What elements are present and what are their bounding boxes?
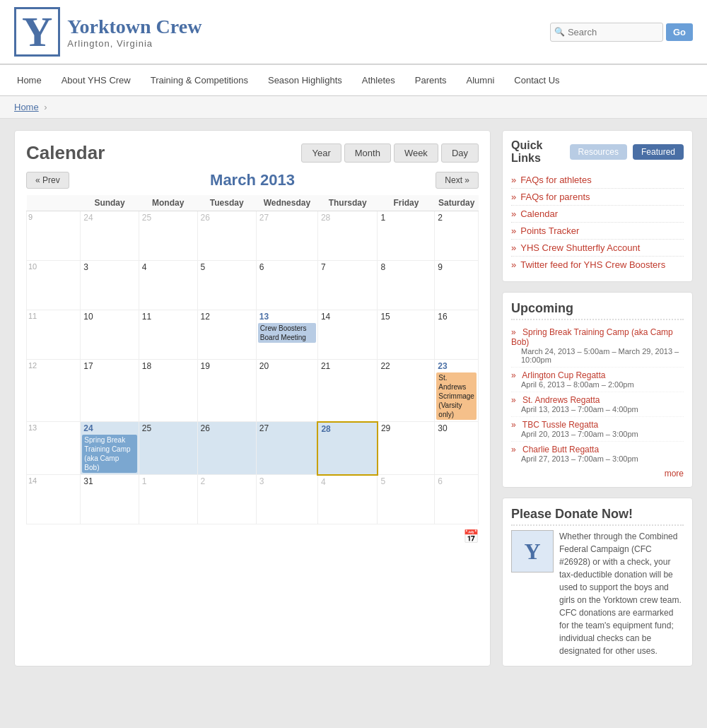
cal-day[interactable]: 1 [139,475,197,524]
cal-day[interactable]: 7 [317,261,378,310]
cal-day[interactable]: 24 [81,211,139,261]
nav-link-about[interactable]: About YHS Crew [52,65,141,95]
cal-day[interactable]: 5 [197,261,256,310]
upcoming-event-date: April 27, 2013 – 7:00am – 3:00pm [521,454,684,463]
cal-day[interactable]: 27 [256,211,317,261]
cal-day[interactable]: 6 [256,261,317,310]
nav-link-training[interactable]: Training & Competitions [141,65,258,95]
cal-day[interactable]: 3 [256,475,317,524]
cal-day[interactable]: 1 [378,211,435,261]
cal-day[interactable]: 19 [197,360,256,422]
upcoming-event-name[interactable]: Spring Break Training Camp (aka Camp Bob… [511,327,673,347]
cal-day[interactable]: 30 [435,422,479,475]
cal-day[interactable]: 26 [197,211,256,261]
nav-item-training[interactable]: Training & Competitions [141,65,258,95]
nav-link-home[interactable]: Home [7,65,52,95]
week-number: 14 [27,475,81,524]
cal-day[interactable]: 29 [378,422,435,475]
breadcrumb-home-link[interactable]: Home [14,102,39,112]
view-year-button[interactable]: Year [301,143,341,163]
cal-day[interactable]: 4 [139,261,197,310]
resources-tab[interactable]: Resources [570,144,627,160]
cal-day[interactable]: 6 [435,475,479,524]
cal-day[interactable]: 17 [81,360,139,422]
nav-link-athletes[interactable]: Athletes [352,65,405,95]
cal-day[interactable]: 9 [435,261,479,310]
list-item: TBC Tussle Regatta April 20, 2013 – 7:00… [511,417,684,442]
upcoming-event-name[interactable]: Charlie Butt Regatta [522,445,599,454]
event-st-andrews-scrimmage[interactable]: St. Andrews Scrimmage (Varsity only) [436,372,477,420]
upcoming-list: Spring Break Training Camp (aka Camp Bob… [511,324,684,466]
week-number: 12 [27,360,81,422]
cal-day[interactable]: 28 [317,211,378,261]
main-content: Calendar Year Month Week Day « Prev Marc… [0,119,707,678]
cal-day[interactable]: 16 [435,310,479,360]
nav-item-alumni[interactable]: Alumni [457,65,505,95]
cal-day[interactable]: 18 [139,360,197,422]
cal-day[interactable]: 10 [81,310,139,360]
ql-link-faqs-athletes[interactable]: FAQs for athletes [520,175,591,185]
header: Y Yorktown Crew Arlington, Virginia 🔍 Go [0,0,707,64]
cal-day[interactable]: 25 [139,211,197,261]
cal-day[interactable]: 21 [317,360,378,422]
cal-day[interactable]: 26 [197,422,256,475]
ql-link-calendar[interactable]: Calendar [520,209,558,219]
cal-day[interactable]: 3 [81,261,139,310]
nav-link-alumni[interactable]: Alumni [457,65,505,95]
list-item: FAQs for athletes [511,172,684,189]
donate-logo-letter: Y [524,539,540,565]
table-row: 14 31 1 2 3 4 5 6 [27,475,479,524]
cal-day[interactable]: 2 [435,211,479,261]
cal-day[interactable]: 8 [378,261,435,310]
upcoming-event-name[interactable]: Arlington Cup Regatta [522,370,605,380]
nav-link-contact[interactable]: Contact Us [504,65,569,95]
view-week-button[interactable]: Week [394,143,438,163]
cal-day[interactable]: 14 [317,310,378,360]
view-day-button[interactable]: Day [441,143,479,163]
cal-day[interactable]: 25 [139,422,197,475]
featured-tab[interactable]: Featured [633,144,684,160]
calendar-navigation: « Prev March 2013 Next » [26,171,479,189]
cal-day[interactable]: 23St. Andrews Scrimmage (Varsity only) [435,360,479,422]
cal-day[interactable]: 31 [81,475,139,524]
cal-day-today[interactable]: 28 [317,422,378,475]
ql-link-points-tracker[interactable]: Points Tracker [520,225,579,236]
cal-day[interactable]: 22 [378,360,435,422]
search-button[interactable]: Go [666,23,693,41]
nav-item-athletes[interactable]: Athletes [352,65,405,95]
sidebar: Quick Links Resources Featured FAQs for … [502,130,693,667]
ql-link-faqs-parents[interactable]: FAQs for parents [520,192,590,202]
nav-item-contact[interactable]: Contact Us [504,65,569,95]
cal-day[interactable]: 12 [197,310,256,360]
cal-day[interactable]: 24 Spring Break Training Camp (aka Camp … [81,422,139,475]
nav-item-parents[interactable]: Parents [405,65,457,95]
search-input[interactable] [550,23,663,42]
cal-day[interactable]: 20 [256,360,317,422]
cal-day[interactable]: 4 [317,475,378,524]
cal-day[interactable]: 5 [378,475,435,524]
upcoming-event-name[interactable]: St. Andrews Regatta [522,395,600,405]
cal-day[interactable]: 13Crew Boosters Board Meeting [256,310,317,360]
nav-item-about[interactable]: About YHS Crew [52,65,141,95]
event-spring-break[interactable]: Spring Break Training Camp (aka Camp Bob… [82,435,136,473]
cal-day[interactable]: 2 [197,475,256,524]
cal-day[interactable]: 11 [139,310,197,360]
nav-link-parents[interactable]: Parents [405,65,457,95]
next-month-button[interactable]: Next » [436,172,479,189]
nav-item-highlights[interactable]: Season Highlights [258,65,352,95]
more-link[interactable]: more [511,469,684,479]
prev-month-button[interactable]: « Prev [26,172,69,189]
ql-link-twitter[interactable]: Twitter feed for YHS Crew Boosters [520,259,665,270]
upcoming-event-date: April 20, 2013 – 7:00am – 3:00pm [521,430,684,438]
nav-link-highlights[interactable]: Season Highlights [258,65,352,95]
nav-item-home[interactable]: Home [7,65,52,95]
view-month-button[interactable]: Month [344,143,391,163]
col-wednesday: Wednesday [256,195,317,211]
event-crew-boosters[interactable]: Crew Boosters Board Meeting [258,323,316,343]
ql-link-shutterfly[interactable]: YHS Crew Shutterfly Account [520,242,640,253]
cal-day[interactable]: 15 [378,310,435,360]
calendar-header: Calendar Year Month Week Day [26,142,479,164]
upcoming-event-name[interactable]: TBC Tussle Regatta [522,420,598,430]
cal-day[interactable]: 27 [256,422,317,475]
search-icon: 🔍 [554,27,565,37]
